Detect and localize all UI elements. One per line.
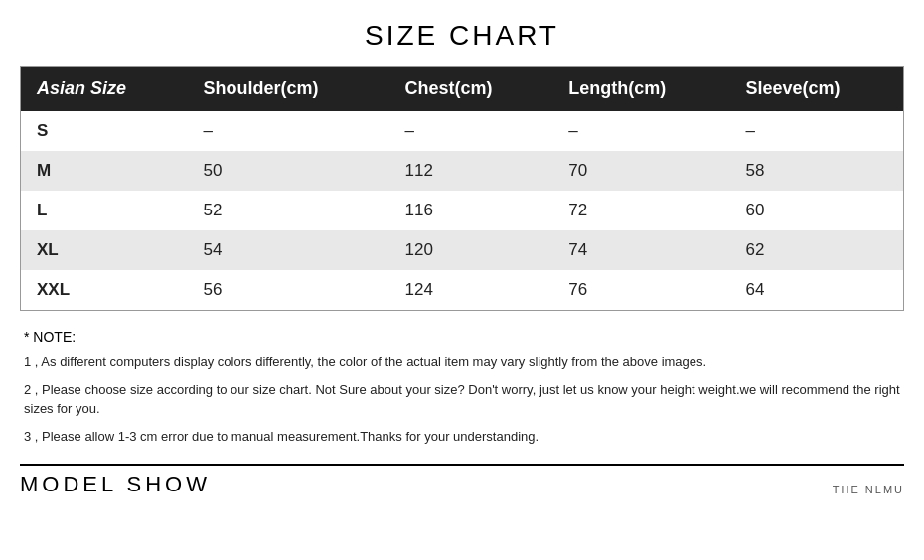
size-table: Asian Size Shoulder(cm) Chest(cm) Length… xyxy=(20,66,904,311)
col-header-length: Length(cm) xyxy=(552,67,729,112)
page-title: SIZE CHART xyxy=(20,10,904,66)
cell-length: – xyxy=(552,111,729,151)
cell-chest: 124 xyxy=(389,270,553,311)
cell-size: XXL xyxy=(21,270,188,311)
table-row: XL541207462 xyxy=(21,230,904,270)
page-container: SIZE CHART Asian Size Shoulder(cm) Chest… xyxy=(0,0,924,507)
table-row: XXL561247664 xyxy=(21,270,904,311)
col-header-chest: Chest(cm) xyxy=(389,67,553,112)
cell-chest: 112 xyxy=(389,151,553,191)
note-item-1: 1 , As different computers display color… xyxy=(24,352,900,372)
cell-shoulder: 50 xyxy=(188,151,389,191)
table-row: L521167260 xyxy=(21,191,904,230)
col-header-shoulder: Shoulder(cm) xyxy=(188,67,389,112)
cell-sleeve: – xyxy=(730,111,904,151)
model-show-title: MODEL SHOW xyxy=(20,472,211,497)
note-item-2: 2 , Please choose size according to our … xyxy=(24,380,900,419)
cell-size: S xyxy=(21,111,188,151)
cell-shoulder: 52 xyxy=(188,191,389,230)
col-header-asian-size: Asian Size xyxy=(21,67,188,112)
col-header-sleeve: Sleeve(cm) xyxy=(730,67,904,112)
cell-shoulder: 54 xyxy=(188,230,389,270)
cell-length: 70 xyxy=(552,151,729,191)
cell-sleeve: 58 xyxy=(730,151,904,191)
cell-length: 76 xyxy=(552,270,729,311)
cell-shoulder: – xyxy=(188,111,389,151)
cell-size: L xyxy=(21,191,188,230)
cell-chest: – xyxy=(389,111,553,151)
cell-sleeve: 64 xyxy=(730,270,904,311)
table-row: S–––– xyxy=(21,111,904,151)
table-header-row: Asian Size Shoulder(cm) Chest(cm) Length… xyxy=(21,67,904,112)
cell-chest: 120 xyxy=(389,230,553,270)
brand-label: THE NLMU xyxy=(833,484,904,497)
cell-sleeve: 62 xyxy=(730,230,904,270)
cell-sleeve: 60 xyxy=(730,191,904,230)
note-item-3: 3 , Please allow 1-3 cm error due to man… xyxy=(24,427,900,447)
notes-section: * NOTE: 1 , As different computers displ… xyxy=(20,329,904,446)
model-show-section: MODEL SHOW THE NLMU xyxy=(20,464,904,497)
cell-shoulder: 56 xyxy=(188,270,389,311)
cell-chest: 116 xyxy=(389,191,553,230)
note-title: * NOTE: xyxy=(24,329,900,345)
table-row: M501127058 xyxy=(21,151,904,191)
cell-size: XL xyxy=(21,230,188,270)
cell-length: 74 xyxy=(552,230,729,270)
cell-size: M xyxy=(21,151,188,191)
cell-length: 72 xyxy=(552,191,729,230)
